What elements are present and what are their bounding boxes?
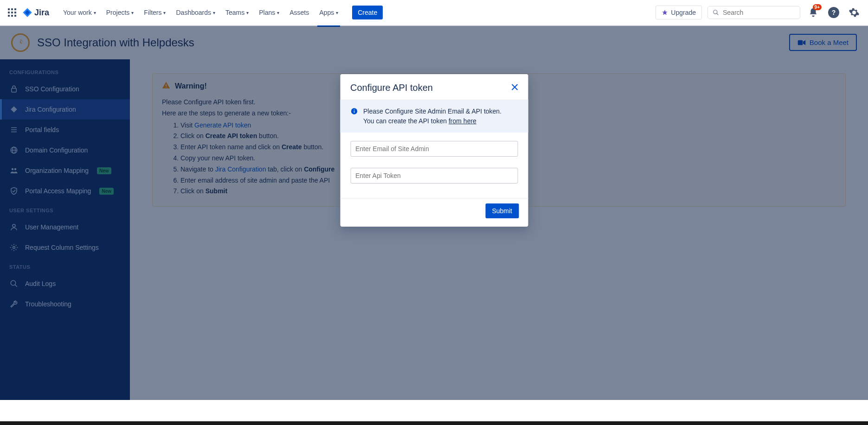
search-icon: [713, 9, 719, 16]
create-button[interactable]: Create: [352, 6, 383, 19]
search-input[interactable]: [723, 9, 795, 16]
app-switcher-icon[interactable]: [6, 7, 18, 18]
nav-item-projects[interactable]: Projects▾: [102, 6, 139, 19]
gear-icon: [849, 7, 860, 18]
svg-rect-6: [8, 15, 10, 17]
help-icon: ?: [828, 7, 839, 18]
close-icon: [511, 84, 518, 90]
notif-badge: 9+: [813, 4, 822, 10]
modal-close-button[interactable]: [511, 83, 518, 93]
premium-icon: [662, 9, 668, 16]
nav-item-apps[interactable]: Apps▾: [315, 6, 343, 19]
nav-item-plans[interactable]: Plans▾: [254, 6, 284, 19]
modal-title: Configure API token: [350, 82, 433, 93]
svg-rect-31: [354, 109, 354, 110]
chevron-down-icon: ▾: [163, 10, 166, 15]
svg-rect-4: [11, 12, 13, 13]
top-nav: Jira Your work▾Projects▾Filters▾Dashboar…: [0, 0, 868, 26]
svg-rect-30: [354, 111, 354, 113]
jira-icon: [22, 7, 32, 18]
modal-body: [340, 133, 528, 198]
jira-logo[interactable]: Jira: [22, 7, 49, 18]
from-here-link[interactable]: from here: [449, 117, 476, 125]
nav-items: Your work▾Projects▾Filters▾Dashboards▾Te…: [58, 6, 343, 19]
settings-button[interactable]: [847, 5, 862, 20]
nav-item-your-work[interactable]: Your work▾: [58, 6, 101, 19]
bottom-bar: [0, 421, 868, 425]
nav-item-filters[interactable]: Filters▾: [139, 6, 170, 19]
upgrade-label: Upgrade: [671, 9, 696, 16]
svg-line-10: [717, 13, 719, 15]
svg-rect-2: [14, 8, 16, 10]
nav-item-teams[interactable]: Teams▾: [221, 6, 253, 19]
api-token-input[interactable]: [350, 168, 518, 184]
nav-item-dashboards[interactable]: Dashboards▾: [171, 6, 220, 19]
modal-footer: Submit: [340, 198, 528, 227]
svg-rect-1: [11, 8, 13, 10]
upgrade-button[interactable]: Upgrade: [656, 6, 702, 19]
svg-point-9: [714, 10, 717, 14]
configure-api-token-modal: Configure API token Please Configure Sit…: [340, 74, 528, 227]
chevron-down-icon: ▾: [277, 10, 279, 15]
notifications-button[interactable]: 9+: [806, 5, 821, 20]
svg-rect-8: [14, 15, 16, 17]
modal-info: Please Configure Site Admin Email & API …: [340, 100, 528, 133]
chevron-down-icon: ▾: [213, 10, 215, 15]
jira-logo-text: Jira: [34, 8, 49, 18]
svg-rect-5: [14, 12, 16, 13]
chevron-down-icon: ▾: [336, 10, 338, 15]
site-admin-email-input[interactable]: [350, 141, 518, 157]
chevron-down-icon: ▾: [246, 10, 249, 15]
chevron-down-icon: ▾: [131, 10, 134, 15]
svg-rect-3: [8, 12, 10, 13]
info-icon: [350, 108, 358, 126]
modal-info-text: Please Configure Site Admin Email & API …: [363, 107, 502, 126]
chevron-down-icon: ▾: [94, 10, 96, 15]
submit-button[interactable]: Submit: [485, 203, 519, 218]
nav-item-assets[interactable]: Assets: [285, 6, 314, 19]
modal-header: Configure API token: [340, 74, 528, 100]
svg-rect-7: [11, 15, 13, 17]
topnav-right: Upgrade 9+ ?: [656, 5, 862, 20]
svg-rect-0: [8, 8, 10, 10]
search-box[interactable]: [707, 6, 800, 19]
help-button[interactable]: ?: [826, 5, 841, 20]
